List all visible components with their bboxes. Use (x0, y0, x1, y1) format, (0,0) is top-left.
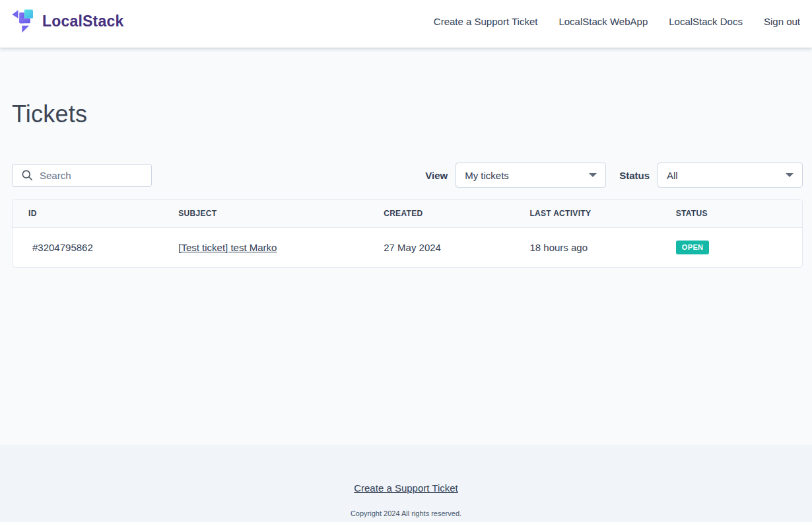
filters-toolbar: View My tickets Status All (12, 163, 803, 188)
nav-localstack-webapp[interactable]: LocalStack WebApp (558, 16, 648, 27)
chevron-down-icon (589, 173, 597, 177)
main-nav: Create a Support Ticket LocalStack WebAp… (434, 16, 800, 27)
app-footer: Create a Support Ticket Copyright 2024 A… (0, 445, 812, 522)
view-label: View (425, 170, 448, 181)
status-badge: OPEN (676, 241, 710, 254)
search-box[interactable] (12, 164, 152, 187)
status-select-value: All (667, 170, 678, 181)
view-select-value: My tickets (465, 170, 509, 181)
ticket-subject-link[interactable]: [Test ticket] test Marko (178, 242, 277, 253)
table-row: #3204795862 [Test ticket] test Marko 27 … (13, 228, 802, 268)
column-header-status: STATUS (660, 200, 802, 228)
ticket-subject-cell: [Test ticket] test Marko (162, 228, 368, 268)
column-header-subject: SUBJECT (162, 200, 368, 228)
column-header-created: CREATED (368, 200, 514, 228)
footer-copyright: Copyright 2024 All rights reserved. (351, 509, 461, 517)
column-header-id: ID (13, 200, 162, 228)
nav-localstack-docs[interactable]: LocalStack Docs (669, 16, 743, 27)
search-input[interactable] (40, 170, 145, 181)
table-header-row: ID SUBJECT CREATED LAST ACTIVITY STATUS (13, 200, 802, 228)
tickets-table: ID SUBJECT CREATED LAST ACTIVITY STATUS … (12, 199, 803, 268)
chevron-down-icon (786, 173, 794, 177)
localstack-logo[interactable]: LocalStack (10, 7, 123, 36)
nav-sign-out[interactable]: Sign out (764, 16, 800, 27)
ticket-status-cell: OPEN (660, 228, 802, 268)
view-select[interactable]: My tickets (456, 163, 606, 188)
filter-selects: View My tickets Status All (425, 163, 803, 188)
main-content: Tickets View My tickets Status All (0, 48, 812, 445)
page-title: Tickets (12, 100, 803, 128)
search-icon (20, 168, 34, 182)
ticket-last-activity: 18 hours ago (514, 228, 660, 268)
status-label: Status (619, 170, 650, 181)
column-header-last-activity: LAST ACTIVITY (514, 200, 660, 228)
status-select[interactable]: All (658, 163, 803, 188)
ticket-id: #3204795862 (13, 228, 162, 268)
ticket-created: 27 May 2024 (368, 228, 514, 268)
footer-create-support-ticket-link[interactable]: Create a Support Ticket (354, 482, 458, 494)
nav-create-support-ticket[interactable]: Create a Support Ticket (434, 16, 538, 27)
app-header: LocalStack Create a Support Ticket Local… (0, 0, 812, 48)
localstack-logo-icon (10, 7, 36, 36)
brand-name: LocalStack (42, 13, 123, 30)
